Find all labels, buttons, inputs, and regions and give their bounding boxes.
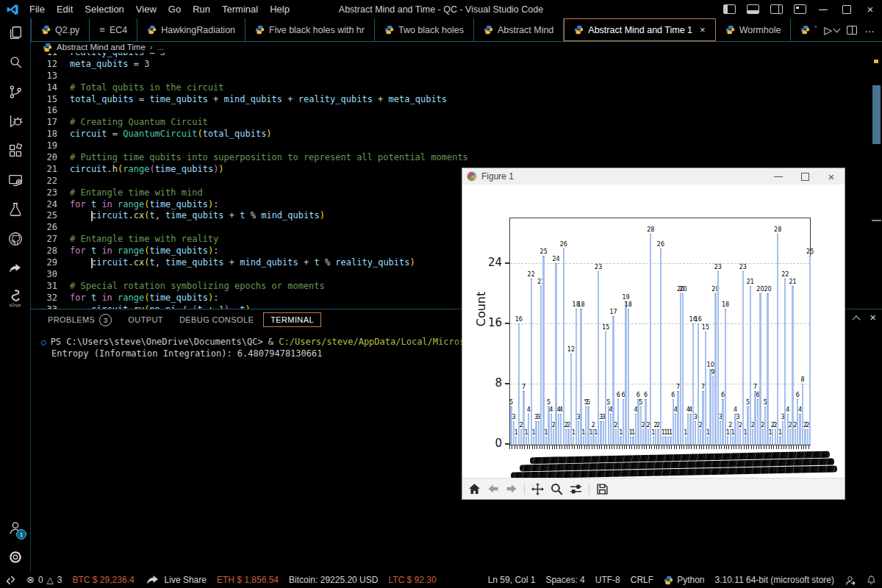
histogram-bar [576,309,577,445]
figure-title-bar[interactable]: Figure 1 — × [462,168,845,185]
toolbar-zoom-to-rect-button[interactable] [551,483,563,495]
close-panel-icon[interactable]: × [870,314,876,323]
layout-sidebar-right-icon[interactable] [764,0,788,18]
activity-search[interactable] [0,48,30,77]
editor-scrollbar-thumb[interactable] [872,85,881,144]
tab-close-icon[interactable]: × [700,24,706,35]
breadcrumb[interactable]: Abstract Mind and Time › ... [31,41,872,53]
status-ltc-92-30[interactable]: LTC $ 92.30 [383,575,441,585]
status-ln-59-col-1[interactable]: Ln 59, Col 1 [483,575,541,585]
problems-status[interactable]: ⊗0△3 [21,575,68,585]
run-button[interactable]: ▷ [824,24,839,36]
line-number: 19 [31,140,70,152]
close-button[interactable]: × [858,0,882,18]
minimize-button[interactable]: ─ [811,0,835,18]
status-3-10-11-64-bit-microsoft-store[interactable]: 3.10.11 64-bit (microsoft store) [709,575,839,585]
toolbar-home-button[interactable] [468,483,481,495]
breadcrumb-more[interactable]: ... [157,43,165,51]
menu-edit[interactable]: Edit [51,1,79,17]
menu-file[interactable]: File [24,1,51,17]
tab-wormhole[interactable]: Wormhole [716,18,792,41]
bar-value-label: 22 [528,271,535,278]
status-feedback[interactable] [839,575,861,586]
panel-tab-debug-console[interactable]: DEBUG CONSOLE [173,313,260,326]
more-actions-icon[interactable]: … [864,23,875,35]
explorer-icon [7,25,24,41]
activity-scrypt[interactable]: sCrypt [0,283,30,312]
overview-ruler-warning-marker [874,60,878,63]
status-remote[interactable] [0,575,21,586]
figure-minimize-button[interactable]: — [765,168,792,184]
activity-remote-explorer[interactable] [0,165,30,195]
split-editor-icon[interactable] [847,26,857,35]
toolbar-back-button[interactable] [487,483,499,495]
status-btc-29-236-4[interactable]: BTC $ 29,236.4 [68,575,140,585]
histogram-bar [720,421,721,445]
activity-explorer[interactable] [0,18,30,48]
tab-abstract-mind[interactable]: Abstract Mind [474,18,564,41]
status-python[interactable]: Python [659,575,709,585]
terminal-prompt-line: ○PS C:\Users\steve\OneDrive\Documents\QC… [41,336,534,349]
histogram-bar [754,391,756,445]
status-bell[interactable] [861,575,882,586]
status-eth-1-856-54[interactable]: ETH $ 1,856.54 [212,575,284,585]
run-dropdown-icon[interactable] [833,25,841,32]
activity-run-debug[interactable] [0,107,30,136]
line-number: 28 [31,245,70,257]
toolbar-pan-button[interactable] [531,483,544,495]
breadcrumb-file[interactable]: Abstract Mind and Time [57,43,146,51]
status-utf-8[interactable]: UTF-8 [590,575,625,585]
status-crlf[interactable]: CRLF [625,575,659,585]
activity-live-share[interactable] [0,254,30,283]
line-number: 21 [31,164,70,176]
menu-view[interactable]: View [130,1,162,17]
menu-terminal[interactable]: Terminal [216,1,264,17]
histogram-bar [642,429,644,445]
toolbar-forward-button[interactable] [506,483,517,495]
problems-badge: 3 [99,314,112,326]
maximize-panel-icon[interactable] [853,315,861,323]
tab-five-black-holes-with-hr[interactable]: Five black holes with hr [245,18,375,41]
bar-value-label: 12 [567,346,575,353]
histogram-bar [565,429,567,445]
figure-close-button[interactable]: × [818,168,845,184]
vscode-logo-icon [6,3,19,16]
activity-settings[interactable] [0,542,30,572]
histogram-bar [662,437,664,445]
activity-testing[interactable] [0,195,30,224]
status-live-share[interactable]: Live Share [140,572,212,588]
toolbar-save-button[interactable] [596,483,609,495]
editor-actions: ▷ … [817,18,882,41]
histogram-bar [553,429,554,445]
overview-ruler-marker [872,220,881,221]
tab-q2-py[interactable]: Q2.py [31,18,90,41]
tab-ec4[interactable]: ≡EC4 [90,18,137,41]
panel-tab-output[interactable]: OUTPUT [121,313,170,326]
figure-maximize-button[interactable] [792,168,818,184]
code-line: 18circuit = QuantumCircuit(total_qubits) [31,129,882,140]
activity-accounts[interactable]: 1 [0,513,30,542]
layout-sidebar-left-icon[interactable] [717,0,741,18]
panel-tab-problems[interactable]: PROBLEMS3 [41,312,118,329]
matplotlib-figure-window[interactable]: Figure 1 — × Count 531162714221332125154… [462,168,845,500]
tab-hawkingradiation[interactable]: HawkingRadiation [137,18,245,41]
layout-customize-icon[interactable] [788,0,811,18]
tab-abstract-mind-and-time-1[interactable]: Abstract Mind and Time 1× [564,18,715,41]
python-icon [147,25,157,35]
menu-help[interactable]: Help [264,1,295,17]
status-bitcoin-29225-20-usd[interactable]: Bitcoin: 29225.20 USD [284,575,383,585]
activity-source-control[interactable] [0,77,30,107]
menu-selection[interactable]: Selection [79,1,129,17]
restore-button[interactable] [835,0,858,18]
panel-tab-terminal[interactable]: TERMINAL [263,312,321,327]
menu-go[interactable]: Go [162,1,187,17]
menu-run[interactable]: Run [187,1,216,17]
histogram-bar [747,406,748,445]
activity-extensions[interactable] [0,136,30,165]
layout-panel-icon[interactable] [741,0,764,18]
toolbar-configure-subplots-button[interactable] [570,483,582,495]
histogram-bar [542,256,544,445]
tab-two-black-holes[interactable]: Two black holes [375,18,474,41]
status-spaces-4[interactable]: Spaces: 4 [540,575,589,585]
activity-github[interactable] [0,224,30,254]
